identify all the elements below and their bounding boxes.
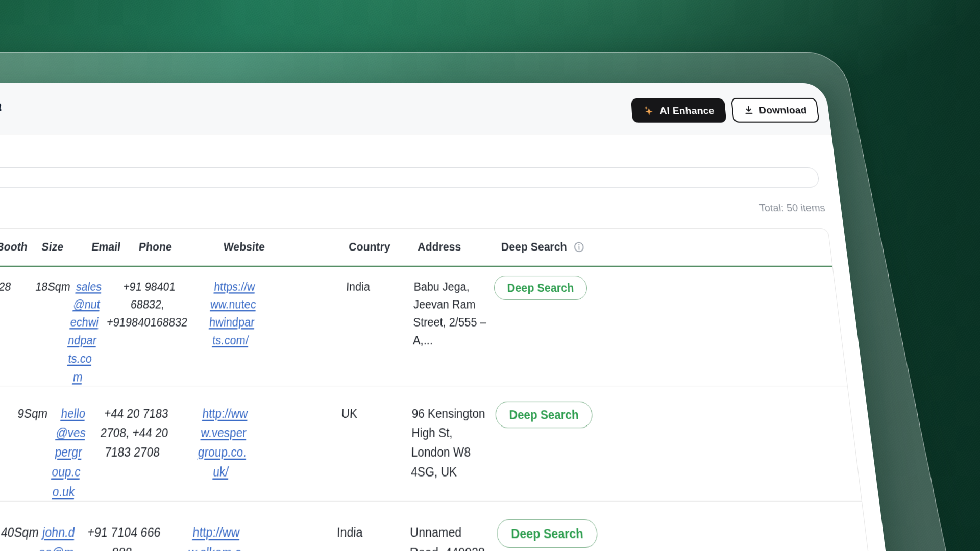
cell-address: Unnamed Road, 440028,	[409, 522, 505, 551]
deep-search-button[interactable]: Deep Search	[495, 402, 593, 428]
cell-phone: +91 7104 666 888	[79, 522, 167, 551]
website-link[interactable]: w.vesper	[185, 423, 262, 442]
column-header-size[interactable]: Size	[41, 240, 64, 254]
website-link[interactable]: hwindpar	[195, 313, 268, 331]
website-link[interactable]: http://ww	[177, 522, 255, 542]
cell-booth: 028	[0, 278, 33, 295]
column-header-booth[interactable]: Booth	[0, 240, 29, 254]
website-link[interactable]: uk/	[182, 462, 259, 482]
card-header: ata AI Enhance	[0, 83, 831, 135]
cell-country: India	[346, 278, 412, 295]
column-header-email[interactable]: Email	[91, 240, 121, 254]
email-link[interactable]: m	[42, 368, 113, 387]
column-header-country[interactable]: Country	[349, 240, 390, 254]
website-link[interactable]: w.elkem.c	[175, 542, 254, 551]
cell-address: 96 Kensington High St, London W8 4SG, UK	[411, 404, 504, 482]
results-table: Booth Size Email Phone Website Country A…	[0, 228, 891, 551]
cell-action: Deep Search	[497, 519, 598, 548]
column-header-website[interactable]: Website	[223, 240, 265, 254]
website-link[interactable]: group.co.	[184, 442, 261, 462]
cell-action: Deep Search	[494, 276, 588, 300]
cell-phone: +91 98401 68832, +919840168832	[106, 278, 188, 331]
page-title: ata	[0, 98, 3, 114]
website-link[interactable]: ts.com/	[193, 331, 267, 349]
email-link[interactable]: ndpar	[47, 331, 117, 349]
cell-phone: +44 20 7183 2708, +44 20 7183 2708	[91, 404, 178, 462]
deep-search-header-label: Deep Search	[501, 240, 567, 254]
website-link[interactable]: ww.nutec	[197, 295, 270, 313]
cell-website: https://w ww.nutec hwindpar ts.com/	[193, 278, 271, 349]
sparkle-icon	[643, 105, 654, 116]
website-link[interactable]: http://ww	[187, 404, 263, 423]
download-label: Download	[758, 105, 807, 116]
cell-country: India	[336, 522, 408, 542]
column-header-deep-search: Deep Search	[501, 240, 585, 254]
column-header-phone[interactable]: Phone	[138, 240, 173, 254]
ai-enhance-label: AI Enhance	[659, 105, 715, 116]
email-link[interactable]: ts.co	[45, 349, 115, 368]
row-divider	[0, 386, 847, 386]
website-link[interactable]: https://w	[198, 278, 271, 295]
header-underline	[0, 266, 832, 267]
cell-website: http://ww w.elkem.c	[175, 522, 256, 551]
deep-search-button[interactable]: Deep Search	[494, 276, 588, 300]
email-link[interactable]: o.uk	[27, 482, 100, 502]
cell-address: Babu Jega, Jeevan Ram Street, 2/555 – A,…	[413, 278, 503, 349]
download-icon	[743, 105, 754, 115]
info-icon[interactable]	[573, 241, 585, 253]
tilted-scene: ata AI Enhance	[0, 3, 980, 551]
row-divider	[0, 501, 862, 502]
email-link[interactable]: oup.c	[30, 462, 102, 482]
ai-enhance-button[interactable]: AI Enhance	[631, 98, 727, 123]
cell-country: UK	[341, 404, 410, 423]
app-card: ata AI Enhance	[0, 83, 910, 551]
cell-website: http://ww w.vesper group.co. uk/	[182, 404, 263, 482]
search-input[interactable]	[0, 167, 820, 187]
perspective-stage: ata AI Enhance	[0, 0, 980, 551]
total-items-label: Total: 50 items	[759, 202, 826, 214]
column-header-address[interactable]: Address	[418, 240, 461, 254]
download-button[interactable]: Download	[731, 98, 820, 123]
cell-action: Deep Search	[495, 402, 593, 428]
deep-search-button[interactable]: Deep Search	[497, 519, 598, 548]
